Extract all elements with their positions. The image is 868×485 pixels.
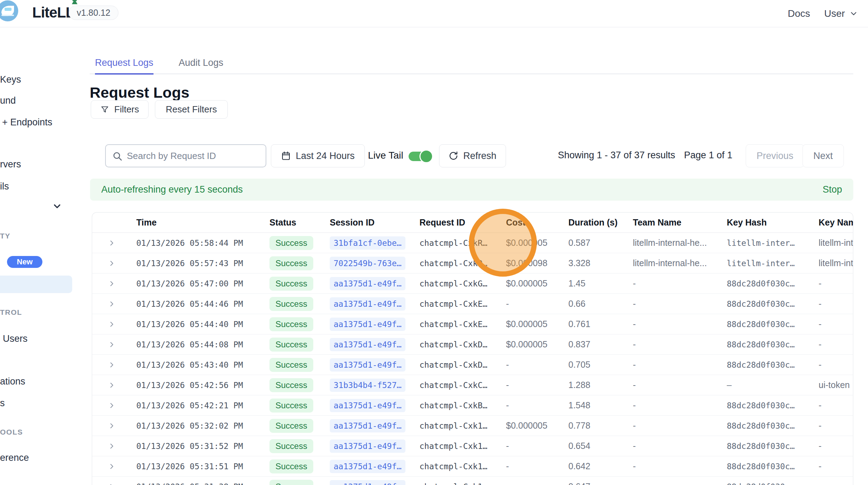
column-header: Cost: [500, 217, 562, 228]
expand-row-cell[interactable]: [92, 239, 130, 247]
table-row[interactable]: 01/13/2026 05:31:51 PMSuccessaa1375d1-e4…: [92, 456, 853, 477]
session-id-link[interactable]: aa1375d1-e49f…: [330, 460, 405, 473]
sidebar-collapse-chevron-icon[interactable]: [52, 201, 64, 212]
expand-row-cell[interactable]: [92, 340, 130, 349]
expand-row-cell[interactable]: [92, 442, 130, 450]
table-row[interactable]: 01/13/2026 05:32:02 PMSuccessaa1375d1-e4…: [92, 416, 853, 436]
user-menu[interactable]: User: [824, 8, 858, 19]
status-badge: Success: [269, 277, 313, 291]
refresh-label: Refresh: [463, 151, 497, 161]
column-header: Team Name: [627, 217, 720, 228]
filters-button[interactable]: Filters: [91, 100, 149, 119]
expand-row-cell[interactable]: [92, 381, 130, 389]
reset-filters-button[interactable]: Reset Filters: [155, 100, 228, 119]
key-name-cell: -: [812, 299, 853, 309]
table-row[interactable]: 01/13/2026 05:31:52 PMSuccessaa1375d1-e4…: [92, 436, 853, 456]
table-row[interactable]: 01/13/2026 05:58:44 PMSuccess31bfa1cf-0e…: [92, 233, 853, 253]
session-id-link[interactable]: 31b3b4b4-f527…: [330, 379, 405, 392]
key-hash-cell: 88dc28d0f030c…: [720, 462, 812, 471]
session-id-link[interactable]: aa1375d1-e49f…: [330, 480, 405, 485]
session-id-link[interactable]: 7022549b-763e…: [330, 257, 405, 270]
session-cell: aa1375d1-e49f…: [323, 358, 413, 372]
session-id-link[interactable]: aa1375d1-e49f…: [330, 318, 405, 331]
search-box: [105, 144, 266, 167]
column-header: Status: [263, 217, 323, 228]
session-cell: aa1375d1-e49f…: [323, 480, 413, 485]
table-row[interactable]: 01/13/2026 05:57:43 PMSuccess7022549b-76…: [92, 253, 853, 273]
table-row[interactable]: 01/13/2026 05:42:21 PMSuccessaa1375d1-e4…: [92, 395, 853, 416]
next-page-button[interactable]: Next: [802, 144, 844, 167]
time-cell: 01/13/2026 05:42:21 PM: [130, 401, 263, 410]
session-id-link[interactable]: aa1375d1-e49f…: [330, 358, 405, 372]
sidebar-item[interactable]: erence: [0, 452, 29, 463]
key-name-cell: -: [812, 461, 853, 471]
column-header: Key Hash: [720, 217, 812, 228]
time-range-button[interactable]: Last 24 Hours: [271, 144, 365, 167]
expand-row-cell[interactable]: [92, 279, 130, 288]
session-id-link[interactable]: aa1375d1-e49f…: [330, 277, 405, 290]
status-cell: Success: [263, 338, 323, 352]
session-cell: aa1375d1-e49f…: [323, 399, 413, 412]
time-cell: 01/13/2026 05:31:38 PM: [130, 482, 263, 485]
sidebar-new-badge[interactable]: New: [7, 256, 42, 268]
table-row[interactable]: 01/13/2026 05:44:08 PMSuccessaa1375d1-e4…: [92, 334, 853, 355]
search-input[interactable]: [127, 146, 264, 166]
expand-row-cell[interactable]: [92, 300, 130, 308]
session-id-link[interactable]: aa1375d1-e49f…: [330, 338, 405, 351]
table-row[interactable]: 01/13/2026 05:44:40 PMSuccessaa1375d1-e4…: [92, 314, 853, 334]
sidebar-item[interactable]: ils: [0, 181, 9, 192]
table-row[interactable]: 01/13/2026 05:44:46 PMSuccessaa1375d1-e4…: [92, 294, 853, 314]
table-row[interactable]: 01/13/2026 05:47:00 PMSuccessaa1375d1-e4…: [92, 273, 853, 294]
session-id-link[interactable]: aa1375d1-e49f…: [330, 297, 405, 311]
cost-cell: -: [500, 441, 562, 451]
stop-auto-refresh-button[interactable]: Stop: [822, 184, 842, 195]
key-name-cell: -: [812, 421, 853, 431]
key-name-cell: litellm-int: [812, 238, 853, 248]
session-id-link[interactable]: aa1375d1-e49f…: [330, 419, 405, 432]
refresh-button[interactable]: Refresh: [439, 144, 506, 167]
session-id-link[interactable]: 31bfa1cf-0ebe…: [330, 236, 405, 250]
sidebar-item[interactable]: ations: [0, 376, 25, 387]
previous-page-button[interactable]: Previous: [746, 144, 804, 167]
expand-row-cell[interactable]: [92, 259, 130, 268]
request-id-cell: chatcmpl-CxkD…: [413, 340, 500, 349]
sidebar-section-label: TROL: [0, 308, 22, 317]
expand-row-cell[interactable]: [92, 462, 130, 471]
sidebar-item[interactable]: + Endpoints: [2, 117, 52, 128]
expand-chevron-icon: [108, 381, 116, 389]
live-tail-toggle[interactable]: [409, 152, 430, 161]
auto-refresh-message: Auto-refreshing every 15 seconds: [101, 184, 243, 195]
key-hash-cell: 88dc28d0f030c…: [720, 320, 812, 329]
status-badge: Success: [269, 439, 313, 453]
table-row[interactable]: 01/13/2026 05:43:40 PMSuccessaa1375d1-e4…: [92, 355, 853, 375]
sidebar-item[interactable]: rvers: [0, 159, 21, 170]
nav-docs-link[interactable]: Docs: [788, 8, 810, 19]
sidebar-item[interactable]: Users: [3, 333, 28, 344]
sidebar-item[interactable]: und: [0, 95, 16, 106]
tab-audit-logs[interactable]: Audit Logs: [179, 53, 224, 74]
table-row[interactable]: 01/13/2026 05:42:56 PMSuccess31b3b4b4-f5…: [92, 375, 853, 395]
duration-cell: 0.837: [562, 339, 627, 349]
session-cell: 31b3b4b4-f527…: [323, 379, 413, 392]
expand-row-cell[interactable]: [92, 361, 130, 369]
session-id-link[interactable]: aa1375d1-e49f…: [330, 439, 405, 453]
expand-chevron-icon: [108, 259, 116, 268]
expand-row-cell[interactable]: [92, 483, 130, 485]
expand-row-cell[interactable]: [92, 320, 130, 328]
expand-row-cell[interactable]: [92, 422, 130, 430]
sidebar-item-active[interactable]: [0, 276, 72, 293]
tab-request-logs[interactable]: Request Logs: [95, 53, 153, 75]
time-cell: 01/13/2026 05:31:51 PM: [130, 462, 263, 471]
team-name-cell: -: [627, 319, 720, 329]
search-icon: [112, 151, 123, 161]
session-id-link[interactable]: aa1375d1-e49f…: [330, 399, 405, 412]
table-row[interactable]: 01/13/2026 05:31:38 PMSuccessaa1375d1-e4…: [92, 477, 853, 485]
live-tail-label: Live Tail: [368, 150, 403, 161]
request-id-cell: chatcmpl-Cxk1…: [413, 462, 500, 471]
key-name-cell: -: [812, 339, 853, 349]
refresh-icon: [449, 151, 458, 161]
expand-row-cell[interactable]: [92, 401, 130, 410]
sidebar-item[interactable]: s: [0, 398, 5, 409]
sidebar-item[interactable]: Keys: [0, 74, 21, 85]
key-name-cell: -: [812, 441, 853, 451]
